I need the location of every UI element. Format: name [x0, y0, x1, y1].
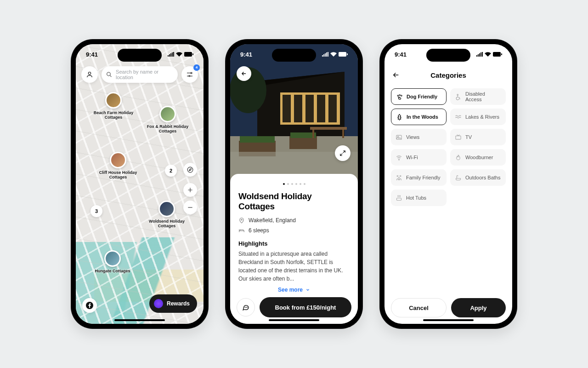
compass-button[interactable] [183, 163, 197, 177]
chip-label: TV [465, 134, 472, 140]
map-pin-fox-rabbit[interactable]: Fox & Rabbit Holiday Cottages [146, 106, 190, 133]
category-chip[interactable]: Woodburner [450, 149, 506, 166]
listing-title: Woldsend Holiday Cottages [238, 191, 350, 212]
back-button[interactable] [237, 66, 251, 81]
svg-rect-25 [290, 132, 316, 138]
image-pager[interactable] [238, 183, 350, 185]
chip-label: Lakes & Rivers [465, 114, 499, 120]
chip-label: Views [406, 134, 419, 140]
status-time: 9:41 [240, 51, 252, 58]
phone-map: 9:41 Search by name or location 4 [71, 39, 209, 329]
category-chip[interactable]: In the Woods [391, 109, 447, 125]
notch [272, 49, 316, 62]
chip-label: Wi-Fi [406, 155, 418, 160]
chip-label: Outdoors Baths [465, 175, 500, 180]
category-chip[interactable]: TV [450, 129, 506, 145]
search-input[interactable]: Search by name or location [102, 66, 178, 83]
facebook-button[interactable] [82, 298, 97, 313]
status-time: 9:41 [86, 51, 98, 58]
svg-rect-27 [310, 127, 347, 130]
minus-icon [187, 204, 193, 211]
svg-rect-34 [493, 52, 501, 57]
wheelchair-icon [455, 93, 462, 100]
category-chip[interactable]: Lakes & Rivers [450, 109, 506, 125]
hero-image [230, 44, 358, 182]
cancel-button[interactable]: Cancel [391, 298, 447, 317]
svg-rect-29 [342, 130, 344, 138]
category-chip[interactable]: Disabled Access [450, 88, 506, 105]
facebook-icon [86, 302, 93, 309]
apply-button[interactable]: Apply [451, 298, 506, 317]
chip-label: Woodburner [465, 155, 493, 160]
zoom-out-button[interactable] [183, 201, 197, 214]
svg-rect-19 [317, 95, 325, 122]
profile-button[interactable] [81, 66, 98, 83]
family-icon [396, 174, 402, 181]
svg-point-40 [399, 98, 401, 99]
svg-rect-44 [456, 136, 461, 139]
category-chip[interactable]: Dog Friendly [391, 88, 447, 105]
cellular-icon [476, 52, 483, 57]
categories-title: Categories [430, 71, 466, 79]
svg-point-37 [399, 94, 401, 96]
image-icon [396, 134, 402, 141]
svg-point-4 [191, 72, 192, 74]
svg-point-3 [107, 72, 111, 76]
svg-rect-9 [339, 52, 346, 57]
pin-label: Fox & Rabbit Holiday Cottages [146, 124, 190, 133]
category-chip[interactable]: Outdoors Baths [450, 169, 506, 186]
status-indicators [322, 52, 348, 57]
map-pin-hungate[interactable]: Hungate Cottages [90, 250, 135, 273]
svg-rect-20 [328, 95, 337, 122]
category-chip[interactable]: Family Friendly [391, 169, 447, 186]
pin-label: Woldsend Holiday Cottages [145, 219, 189, 228]
svg-point-45 [399, 159, 399, 160]
category-chip[interactable]: Wi-Fi [391, 149, 447, 166]
cluster-pin[interactable]: 2 [165, 165, 177, 177]
home-indicator [423, 319, 474, 321]
categories-header: Categories [384, 66, 512, 84]
tree-icon [396, 114, 403, 121]
map-pin-cliff-house[interactable]: Cliff House Holiday Cottages [96, 152, 140, 179]
status-indicators [168, 52, 193, 57]
tv-icon [455, 134, 462, 141]
highlights-heading: Highlights [238, 240, 350, 247]
water-icon [455, 114, 462, 121]
pin-label: Hungate Cottages [90, 269, 135, 273]
map-pin-woldsend[interactable]: Woldsend Holiday Cottages [145, 201, 189, 228]
cluster-pin[interactable]: 3 [90, 205, 102, 217]
expand-image-button[interactable] [335, 145, 351, 161]
category-chip[interactable]: Hot Tubs [391, 190, 447, 206]
svg-rect-18 [305, 95, 314, 122]
rewards-button[interactable]: Rewards [149, 294, 197, 313]
expand-icon [339, 150, 346, 156]
filter-button[interactable]: 4 [181, 66, 198, 83]
wifi-icon [485, 52, 491, 57]
location-row: Wakefield, England [238, 217, 350, 224]
chip-label: Dog Friendly [407, 94, 437, 99]
svg-point-36 [397, 95, 399, 96]
book-button[interactable]: Book from £150/night [260, 297, 351, 317]
notch [118, 49, 162, 62]
fire-icon [455, 154, 462, 161]
sleeps-text: 6 sleeps [249, 227, 269, 234]
chip-label: Hot Tubs [406, 195, 426, 201]
chat-icon [242, 304, 249, 311]
map-pin-beach-farm[interactable]: Beach Farm Holiday Cottages [91, 92, 136, 120]
svg-point-33 [247, 307, 248, 308]
pin-label: Cliff House Holiday Cottages [96, 170, 140, 179]
search-placeholder: Search by name or location [116, 69, 173, 80]
zoom-in-button[interactable] [183, 183, 197, 197]
phone-categories: 9:41 Categories Dog FriendlyDisabled Acc… [379, 39, 517, 329]
back-button[interactable] [392, 71, 400, 79]
compass-icon [187, 167, 193, 173]
notch [426, 49, 470, 62]
status-time: 9:41 [395, 51, 407, 58]
see-more-button[interactable]: See more [238, 287, 350, 293]
pin-label: Beach Farm Holiday Cottages [91, 110, 136, 120]
chat-button[interactable] [237, 298, 255, 316]
svg-point-31 [245, 307, 245, 308]
search-icon [106, 71, 112, 78]
category-chip[interactable]: Views [391, 129, 447, 145]
svg-rect-1 [192, 53, 193, 55]
